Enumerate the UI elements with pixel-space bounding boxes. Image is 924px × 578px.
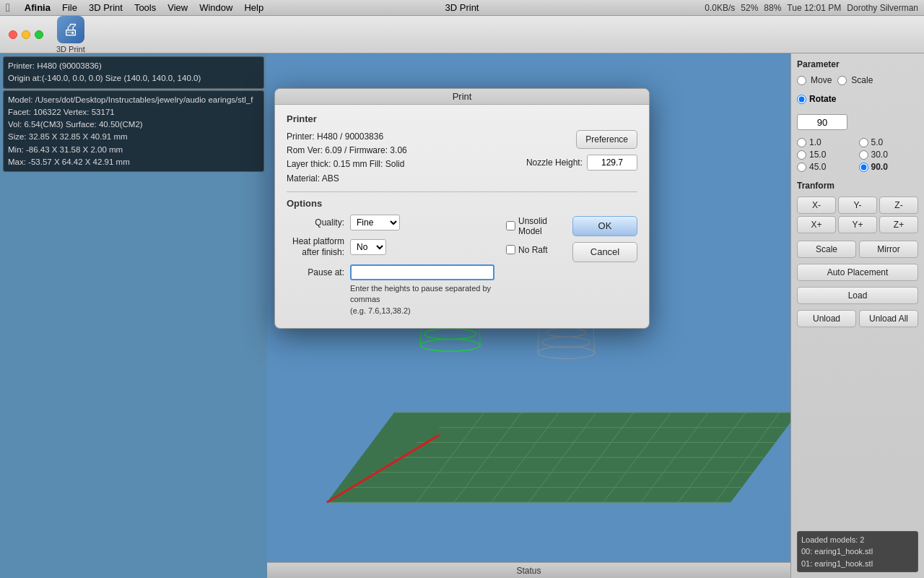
network-stat: 0.0KB/s	[705, 3, 735, 13]
menubar-right: 0.0KB/s 52% 88% Tue 12:01 PM Dorothy Sil…	[705, 3, 918, 13]
nozzle-height-label: Nozzle Height:	[526, 158, 583, 168]
dialog-titlebar: Print	[275, 89, 649, 105]
options-section-label: Options	[287, 198, 637, 209]
menu-afinia[interactable]: Afinia	[19, 0, 56, 16]
printer-section-label: Printer	[287, 113, 637, 124]
layer-thick-text: Layer thick: 0.15 mm Fill: Solid	[287, 158, 526, 171]
cancel-button[interactable]: Cancel	[572, 242, 637, 262]
battery-stat: 88%	[764, 3, 781, 13]
menu-help[interactable]: Help	[238, 0, 269, 16]
time-display: Tue 12:01 PM	[787, 3, 841, 13]
no-raft-label[interactable]: No Raft	[506, 245, 561, 255]
quality-select[interactable]: Fine Normal Fast	[350, 215, 400, 230]
menu-window[interactable]: Window	[193, 0, 238, 16]
section-divider	[287, 191, 637, 192]
heat-platform-label: Heat platform after finish:	[287, 236, 344, 259]
quality-label: Quality:	[287, 217, 344, 228]
pause-hint: Enter the heights to pause separated by …	[350, 283, 494, 316]
heat-select[interactable]: No Yes	[350, 239, 386, 255]
print-dialog: Print Printer Printer: H480 / 90003836 R…	[274, 88, 650, 329]
ok-button[interactable]: OK	[572, 216, 637, 236]
pause-input[interactable]	[350, 264, 494, 280]
nozzle-row: Nozzle Height: 129.7	[526, 155, 637, 171]
pause-at-label: Pause at:	[287, 267, 344, 277]
unsolid-model-label[interactable]: Unsolid Model	[506, 216, 561, 236]
material-text: Material: ABS	[287, 172, 526, 186]
menu-tools[interactable]: Tools	[128, 0, 162, 16]
menu-3dprint[interactable]: 3D Print	[83, 0, 128, 16]
apple-menu-icon[interactable]: 	[6, 1, 10, 14]
menubar:  Afinia File 3D Print Tools View Window…	[0, 0, 924, 16]
menu-view[interactable]: View	[162, 0, 193, 16]
unsolid-model-checkbox[interactable]	[506, 221, 515, 230]
no-raft-checkbox[interactable]	[506, 245, 515, 254]
dialog-body: Printer Printer: H480 / 90003836 Rom Ver…	[275, 105, 649, 328]
printer-name-text: Printer: H480 / 90003836	[287, 130, 526, 144]
dialog-title: Print	[453, 91, 472, 102]
cpu-stat: 52%	[741, 3, 758, 13]
rom-ver-text: Rom Ver: 6.09 / Firmware: 3.06	[287, 144, 526, 158]
modal-overlay: Print Printer Printer: H480 / 90003836 R…	[0, 16, 924, 578]
nozzle-height-input[interactable]: 129.7	[587, 155, 637, 171]
preference-button[interactable]: Preference	[576, 130, 637, 149]
menu-file[interactable]: File	[56, 0, 83, 16]
window-title: 3D Print	[445, 2, 479, 13]
user-name: Dorothy Silverman	[847, 3, 918, 13]
